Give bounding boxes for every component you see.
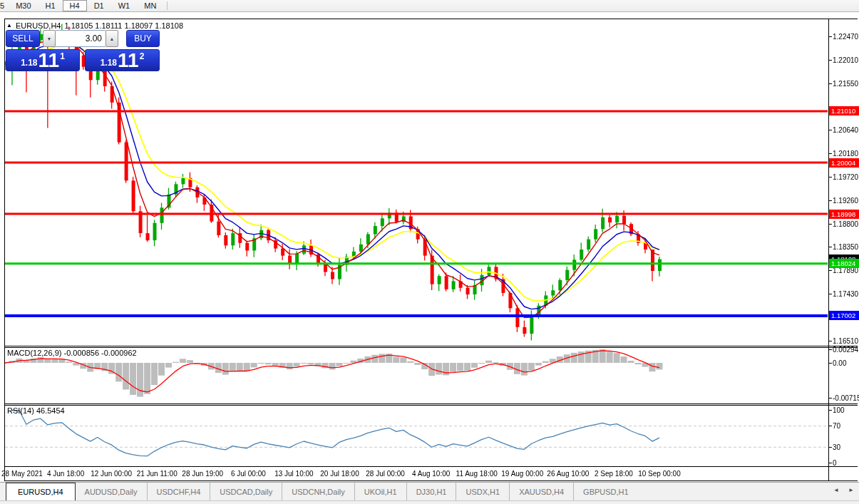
axis-tick-label: 100 (833, 406, 845, 414)
time-axis-label: 12 Jun 00:00 (91, 470, 132, 478)
sell-button[interactable]: SELL (6, 30, 40, 47)
axis-tick-label: 1.18350 (833, 243, 858, 251)
hline-price-label: 1.18998 (829, 210, 859, 219)
sell-price-pipette: 1 (60, 51, 65, 61)
time-axis-label: 13 Jul 10:00 (274, 470, 314, 478)
time-axis-label: 21 Jun 11:00 (137, 470, 178, 478)
time-axis: 28 May 20214 Jun 18:0012 Jun 00:0021 Jun… (0, 469, 859, 480)
buy-price-prefix: 1.18 (101, 58, 117, 68)
axis-tick-label: 1.19720 (833, 173, 858, 181)
axis-tick-label: 1.22010 (833, 56, 858, 64)
axis-tick-label: 1.16510 (833, 337, 858, 345)
macd-indicator-label: MACD(12,26,9) -0.000856 -0.000962 (7, 349, 137, 357)
time-axis-label: 10 Sep 00:00 (638, 470, 681, 478)
buy-price-pipette: 2 (140, 51, 145, 61)
toolbar-separator (167, 1, 168, 10)
tab-xauusd-h4[interactable]: XAUUSD,H4 (509, 483, 573, 500)
axis-tick-label: 1.18800 (833, 220, 858, 228)
hline-price-label: 1.21010 (829, 106, 859, 115)
time-axis-label: 20 Jul 18:00 (320, 470, 359, 478)
timeframe-toolbar: 5M30H1H4D1W1MN (0, 0, 859, 12)
tab-usdx-h1[interactable]: USDX,H1 (456, 483, 509, 500)
tab-usdcnh-daily[interactable]: USDCNH,Daily (282, 483, 354, 500)
tab-dj30-h1[interactable]: DJ30,H1 (406, 483, 456, 500)
axis-tick-label: 1.17430 (833, 290, 858, 298)
triangle-up-icon: ▲ (110, 36, 115, 41)
toolbar-item-mn[interactable]: MN (137, 0, 163, 11)
one-click-trading-arrow-icon[interactable]: ▲ (6, 23, 12, 29)
axis-tick-label: 1.20640 (833, 126, 858, 134)
axis-tick-label: -0.00715 (833, 394, 859, 402)
tab-gbpusd-h1[interactable]: GBPUSD,H1 (573, 483, 638, 500)
price-chart-canvas[interactable] (0, 0, 859, 504)
toolbar-item-w1[interactable]: W1 (111, 0, 138, 11)
chart-ohlc-values: 1.18105 1.18111 1.18097 1.18108 (65, 21, 184, 30)
buy-button[interactable]: BUY (126, 30, 160, 47)
hline-price-label: 1.18024 (829, 259, 859, 268)
axis-tick-label: 0.00 (833, 359, 846, 367)
chart-header: ▲ EURUSD,H4 1.18105 1.18111 1.18097 1.18… (6, 21, 183, 30)
chart-symbol-label: EURUSD,H4 (16, 21, 61, 30)
time-axis-label: 4 Aug 10:00 (412, 470, 450, 478)
axis-tick-label: 1.22470 (833, 33, 858, 41)
toolbar-item-h4[interactable]: H4 (63, 0, 87, 11)
tab-usdchf-h4[interactable]: USDCHF,H4 (147, 483, 210, 500)
time-axis-label: 11 Aug 18:00 (456, 470, 498, 478)
rsi-panel-top-border (4, 405, 858, 406)
axis-tick-label: 30 (833, 443, 840, 451)
tab-scroll-right-icon[interactable]: ► (848, 487, 854, 493)
tab-bar-underline (0, 500, 859, 501)
tab-ukoil-h1[interactable]: UKOil,H1 (354, 483, 406, 500)
axis-tick-label: 1.20180 (833, 150, 858, 158)
toolbar-item-m30[interactable]: M30 (9, 0, 38, 11)
time-axis-label: 4 Jun 18:00 (47, 470, 84, 478)
chart-window-top-border (4, 19, 858, 19)
macd-panel-bottom-border (4, 403, 858, 404)
macd-panel-top-border (4, 347, 858, 348)
axis-tick-label: 1.19260 (833, 197, 858, 205)
sell-price-prefix: 1.18 (21, 58, 37, 68)
tab-audusd-daily[interactable]: AUDUSD,Daily (76, 483, 147, 500)
time-axis-label: 2 Sep 18:00 (595, 470, 633, 478)
one-click-trading-panel: SELL ▼ ▲ BUY 1.18 11 1 1.18 11 2 (6, 30, 160, 71)
chart-window-bottom-border (4, 480, 858, 481)
time-axis-label: 28 May 2021 (1, 470, 43, 478)
hline-price-label: 1.17002 (829, 311, 859, 320)
axis-tick-label: 70 (833, 422, 840, 430)
time-axis-label: 19 Aug 00:00 (501, 470, 543, 478)
main-panel-bottom-border (4, 346, 858, 346)
tab-eurusd-h4[interactable]: EURUSD,H4 (6, 483, 76, 500)
chart-tab-bar: EURUSD,H4AUDUSD,DailyUSDCHF,H4USDCAD,Dai… (0, 482, 859, 504)
tab-scroll-left-icon[interactable]: ◄ (833, 487, 839, 493)
hline-price-label: 1.20004 (829, 158, 859, 168)
chart-window-left-border (4, 19, 5, 481)
tab-scroll-buttons: ◄ ► (825, 487, 854, 493)
axis-tick-label: 0 (833, 459, 837, 467)
axis-tick-label: 0.002947 (833, 346, 859, 354)
time-axis-label: 28 Jun 19:00 (182, 470, 223, 478)
tab-usdcad-daily[interactable]: USDCAD,Daily (210, 483, 282, 500)
volume-input[interactable] (56, 30, 106, 47)
volume-increase-button[interactable]: ▲ (106, 30, 118, 47)
rsi-panel-bottom-border (4, 466, 858, 467)
axis-tick-label: 1.21550 (833, 80, 858, 88)
toolbar-item-d1[interactable]: D1 (87, 0, 111, 11)
sell-price-display[interactable]: 1.18 11 1 (6, 49, 80, 71)
rsi-indicator-label: RSI(14) 46.5454 (7, 406, 65, 415)
volume-decrease-button[interactable]: ▼ (43, 30, 56, 47)
time-axis-label: 28 Jul 00:00 (366, 470, 405, 478)
buy-price-big-digits: 11 (118, 51, 139, 70)
buy-price-display[interactable]: 1.18 11 2 (85, 49, 160, 71)
toolbar-item-5[interactable]: 5 (0, 0, 9, 11)
triangle-down-icon: ▼ (47, 36, 52, 41)
time-axis-label: 6 Jul 00:00 (231, 470, 266, 478)
sell-price-big-digits: 11 (38, 51, 60, 70)
toolbar-item-h1[interactable]: H1 (38, 0, 63, 11)
price-axis-border (828, 19, 829, 481)
time-axis-label: 26 Aug 10:00 (547, 470, 589, 478)
